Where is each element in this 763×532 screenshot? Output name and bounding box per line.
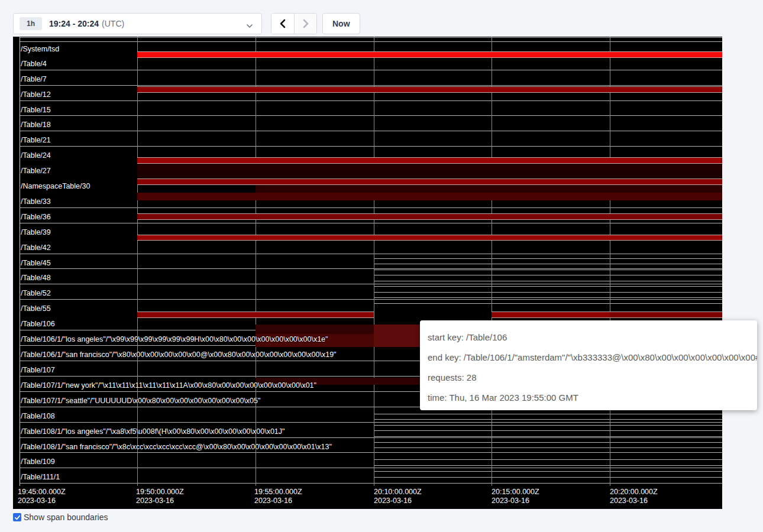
tick-date: 2023-03-16 (492, 497, 539, 505)
span-boundary-line (374, 425, 722, 426)
tick-time: 19:50:00.000Z (136, 488, 184, 497)
time-gridline (256, 37, 256, 486)
show-span-boundaries-checkbox[interactable] (13, 513, 21, 521)
span-row-label: /NamespaceTable/30 (21, 182, 90, 190)
span-boundary-line (374, 281, 722, 281)
span-boundary-line (374, 303, 722, 304)
tick-date: 2023-03-16 (18, 497, 66, 505)
span-row-label: /Table/33 (21, 197, 51, 206)
x-axis-tick: 20:20:00.000Z2023-03-16 (610, 488, 658, 505)
span-row-label: /Table/106 (21, 320, 55, 328)
span-boundary-line (20, 146, 722, 147)
span-row-label: /Table/21 (21, 136, 51, 144)
span-boundary-line (374, 477, 722, 478)
span-boundary-line (374, 471, 722, 472)
span-boundary-line (374, 459, 722, 460)
span-boundary-line (20, 468, 722, 468)
bucket-tooltip: start key: /Table/106 end key: /Table/10… (420, 320, 757, 410)
span-row-label: /Table/4 (21, 60, 47, 68)
time-range-badge: 1h (20, 17, 42, 30)
heatmap-band (137, 193, 722, 200)
key-visualizer-canvas[interactable]: /System/tsd/Table/4/Table/7/Table/12/Tab… (13, 37, 722, 509)
span-boundary-line (20, 268, 722, 269)
time-range-text: 19:24 - 20:24 (49, 19, 99, 28)
heatmap-band (137, 179, 722, 185)
span-row-label: /Table/107/1/"new york"/"\x11\x11\x11\x1… (21, 381, 316, 390)
tooltip-end-key: end key: /Table/106/1/"amsterdam"/"\xb33… (428, 348, 757, 368)
span-boundary-line (374, 436, 722, 437)
span-boundary-line (20, 41, 722, 42)
next-interval-button[interactable] (294, 14, 316, 34)
span-row-label: /System/tsd (21, 45, 59, 53)
span-boundary-line (20, 207, 722, 208)
tooltip-requests: requests: 28 (428, 368, 757, 388)
span-boundary-line (374, 264, 722, 264)
span-row-label: /Table/24 (21, 151, 51, 160)
span-row-label: /Table/55 (21, 304, 51, 313)
span-row-label: /Table/107/1/"seattle"/"UUUUUUD\x00\x80\… (21, 397, 260, 405)
span-row-label: /Table/48 (21, 274, 51, 282)
now-button[interactable]: Now (322, 13, 360, 34)
heatmap-rows-area: /System/tsd/Table/4/Table/7/Table/12/Tab… (13, 37, 722, 486)
heatmap-band (137, 235, 722, 241)
span-row-label: /Table/107 (21, 366, 55, 374)
heatmap-band (137, 171, 722, 179)
span-boundary-line (20, 299, 722, 300)
show-span-boundaries-label: Show span boundaries (24, 512, 108, 522)
tick-time: 19:45:00.000Z (18, 488, 66, 497)
heatmap-band (137, 312, 374, 318)
span-boundary-line (20, 131, 722, 131)
x-axis-tick: 19:50:00.000Z2023-03-16 (136, 488, 184, 505)
x-axis-tick: 20:10:00.000Z2023-03-16 (374, 488, 422, 505)
span-boundary-line (374, 465, 722, 466)
span-boundary-line (20, 254, 722, 254)
span-boundary-line (374, 447, 722, 448)
heatmap-band (610, 312, 722, 318)
span-boundary-line (20, 37, 722, 38)
span-row-label: /Table/108/1/"los angeles"/"\xa8\xf5\u00… (21, 427, 285, 436)
heatmap-band (256, 325, 374, 334)
x-axis: 19:45:00.000Z2023-03-1619:50:00.000Z2023… (13, 486, 722, 509)
chevron-left-icon (279, 19, 287, 28)
heatmap-band (137, 157, 722, 164)
span-boundary-line (374, 286, 722, 287)
tooltip-start-key: start key: /Table/106 (428, 327, 757, 348)
x-axis-tick: 19:45:00.000Z2023-03-16 (18, 488, 66, 505)
tick-date: 2023-03-16 (254, 497, 302, 505)
span-row-label: /Table/36 (21, 213, 51, 221)
span-boundary-line (20, 422, 722, 423)
chevron-down-icon (246, 21, 253, 32)
tick-time: 20:20:00.000Z (610, 488, 658, 497)
heatmap-band (492, 312, 610, 318)
span-row-label: /Table/109 (21, 458, 55, 466)
tick-date: 2023-03-16 (374, 497, 422, 505)
span-row-label: /Table/52 (21, 289, 51, 297)
footer: Show span boundaries (13, 512, 108, 522)
toolbar: 1h 19:24 - 20:24 (UTC) Now (0, 0, 763, 37)
x-axis-tick: 19:55:00.000Z2023-03-16 (254, 488, 302, 505)
span-row-label: /Table/15 (21, 106, 51, 114)
time-gridline (20, 37, 20, 486)
span-row-label: /Table/7 (21, 75, 47, 83)
span-row-label: /Table/106/1/"los angeles"/"\x99\x99\x99… (21, 335, 328, 343)
heatmap-band (137, 164, 722, 171)
heatmap-band (137, 213, 722, 220)
check-icon (14, 514, 21, 521)
time-gridline (137, 37, 138, 486)
span-boundary-line (20, 70, 722, 70)
span-boundary-line (374, 414, 722, 414)
span-row-label: /Table/18 (21, 121, 51, 129)
span-boundary-line (20, 437, 722, 438)
tick-date: 2023-03-16 (136, 497, 184, 505)
previous-interval-button[interactable] (271, 14, 294, 34)
time-range-dropdown[interactable]: 1h 19:24 - 20:24 (UTC) (13, 13, 262, 34)
span-row-label: /Table/42 (21, 244, 51, 252)
tooltip-time: time: Thu, 16 Mar 2023 19:55:00 GMT (428, 388, 757, 408)
span-boundary-line (20, 452, 722, 453)
span-boundary-line (20, 284, 722, 284)
span-row-label: /Table/27 (21, 167, 51, 175)
heatmap-band (137, 51, 722, 58)
span-boundary-line (20, 223, 722, 223)
tick-date: 2023-03-16 (610, 497, 658, 505)
tick-time: 20:10:00.000Z (374, 488, 422, 497)
